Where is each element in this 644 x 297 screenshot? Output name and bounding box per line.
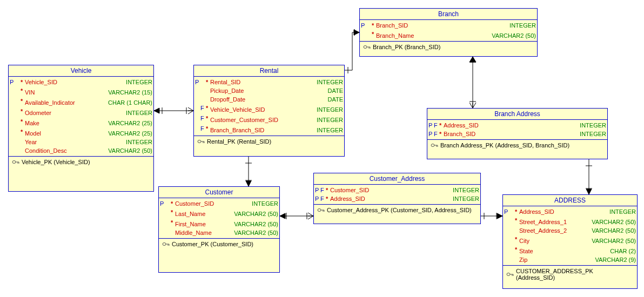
entity-branch-address[interactable]: Branch Address PF*Address_SIDINTEGER PF*… (427, 108, 608, 159)
entity-title: Branch (360, 9, 537, 20)
svg-point-35 (364, 46, 367, 49)
entity-customer[interactable]: Customer P*Customer_SIDINTEGER *Last_Nam… (158, 186, 280, 273)
entity-keys: Branch_PK (Branch_SID) (360, 42, 537, 52)
entity-title: ADDRESS (503, 195, 637, 206)
entity-keys: Rental_PK (Rental_SID) (194, 136, 344, 147)
key-icon (317, 207, 325, 213)
svg-point-51 (507, 273, 510, 276)
entity-keys: CUSTOMER_ADDRESS_PK (Address_SID) (503, 266, 637, 283)
svg-point-39 (431, 144, 434, 147)
key-icon (506, 272, 514, 277)
entity-title: Branch Address (427, 109, 607, 120)
entity-vehicle[interactable]: Vehicle P*Vehicle_SIDINTEGER *VINVARCHAR… (8, 65, 154, 192)
entity-title: Vehicle (9, 65, 153, 77)
entity-columns: PF*Customer_SIDINTEGER PF*Address_SIDINT… (314, 185, 480, 205)
svg-marker-23 (469, 57, 476, 62)
entity-columns: PF*Address_SIDINTEGER PF*Branch_SIDINTEG… (427, 120, 607, 140)
entity-title: Rental (194, 65, 344, 77)
key-icon (12, 159, 19, 165)
key-icon (162, 241, 170, 247)
entity-title: Customer (159, 187, 279, 198)
entity-columns: P*Vehicle_SIDINTEGER *VINVARCHAR2 (15) *… (9, 77, 153, 157)
entity-keys: Vehicle_PK (Vehicle_SID) (9, 157, 153, 167)
entity-branch[interactable]: Branch P*Branch_SIDINTEGER *Branch_NameV… (359, 8, 538, 57)
svg-point-31 (198, 140, 201, 143)
entity-keys: Customer_PK (Customer_SID) (159, 239, 279, 249)
entity-title: Customer_Address (314, 173, 480, 185)
entity-columns: P*Rental_SIDINTEGER Pickup_DateDATE Drop… (194, 77, 344, 136)
entity-columns: P*Address_SIDINTEGER *Street_Address_1VA… (503, 206, 637, 266)
key-icon (197, 139, 205, 144)
entity-keys: Branch Address_PK (Address_SID, Branch_S… (427, 140, 607, 151)
entity-columns: P*Branch_SIDINTEGER *Branch_NameVARCHAR2… (360, 20, 537, 42)
svg-point-27 (12, 161, 16, 164)
entity-rental[interactable]: Rental P*Rental_SIDINTEGER Pickup_DateDA… (193, 65, 345, 157)
entity-keys: Customer_Address_PK (Customer_SID, Addre… (314, 205, 480, 215)
key-icon (431, 143, 438, 148)
svg-point-43 (318, 209, 321, 212)
svg-point-47 (163, 243, 166, 246)
entity-customer-address[interactable]: Customer_Address PF*Customer_SIDINTEGER … (313, 173, 481, 224)
key-icon (363, 44, 371, 50)
entity-columns: P*Customer_SIDINTEGER *Last_NameVARCHAR2… (159, 198, 279, 239)
entity-address[interactable]: ADDRESS P*Address_SIDINTEGER *Street_Add… (502, 194, 638, 289)
